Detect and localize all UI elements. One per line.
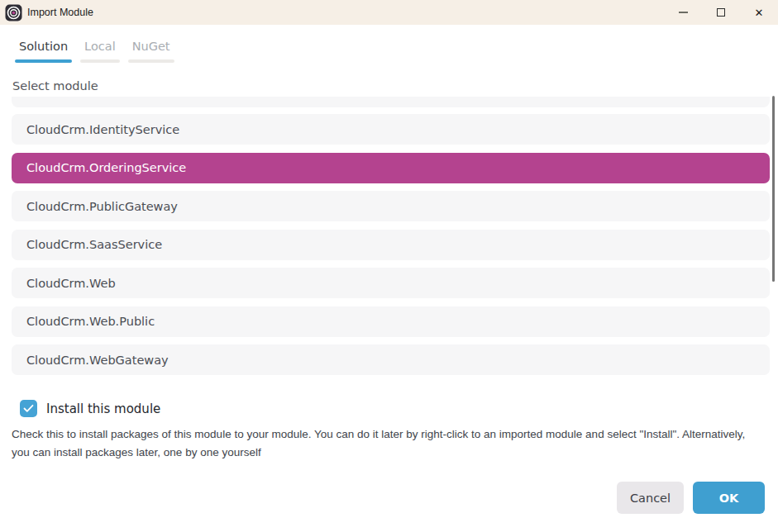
install-option: Install this module <box>20 400 160 417</box>
app-logo-icon <box>5 4 22 21</box>
module-row[interactable]: CloudCrm.PublicGateway <box>12 191 770 221</box>
cancel-button[interactable]: Cancel <box>617 482 684 514</box>
tab[interactable]: Solution <box>15 40 72 63</box>
select-module-label: Select module <box>12 79 98 93</box>
tab[interactable]: NuGet <box>128 40 174 63</box>
tab-underline <box>128 59 174 63</box>
minimize-icon <box>679 12 688 12</box>
module-row[interactable]: CloudCrm.Web <box>12 268 770 298</box>
checkmark-icon <box>23 404 34 413</box>
module-row-label: CloudCrm.Web.Public <box>26 315 155 328</box>
module-row[interactable]: CloudCrm.IdentityService <box>12 114 770 145</box>
window-title: Import Module <box>27 7 93 18</box>
module-row[interactable]: CloudCrm.WebGateway <box>12 344 770 375</box>
module-row-label: CloudCrm.Web <box>26 277 116 290</box>
module-row-label: CloudCrm.SaasService <box>26 238 162 251</box>
module-list: CloudCrm.IdentityService CloudCrm.Orderi… <box>12 97 770 378</box>
dialog-footer: Cancel OK <box>617 482 765 514</box>
tab[interactable]: Local <box>80 40 120 63</box>
tab-label: NuGet <box>128 40 174 59</box>
install-checkbox[interactable] <box>20 400 37 417</box>
module-row-label: CloudCrm.PublicGateway <box>26 200 178 213</box>
tab-bar: Solution Local NuGet <box>15 40 174 63</box>
close-icon: ✕ <box>755 7 764 19</box>
list-scrollbar[interactable] <box>772 96 775 282</box>
install-checkbox-label[interactable]: Install this module <box>46 401 160 416</box>
module-row-label: CloudCrm.OrderingService <box>26 161 186 174</box>
maximize-icon <box>717 8 725 17</box>
install-description: Check this to install packages of this m… <box>12 425 766 462</box>
tab-underline <box>80 59 120 63</box>
tab-underline <box>15 59 72 63</box>
module-row-label: CloudCrm.WebGateway <box>26 354 169 367</box>
maximize-button[interactable] <box>702 0 740 25</box>
window-controls: ✕ <box>664 0 778 25</box>
import-module-dialog: Import Module ✕ Solution Local <box>0 0 778 532</box>
ok-button[interactable]: OK <box>693 482 765 514</box>
tab-label: Local <box>80 40 120 59</box>
module-row-partial[interactable] <box>12 97 770 107</box>
module-row[interactable]: CloudCrm.OrderingService <box>12 153 770 183</box>
module-row[interactable]: CloudCrm.SaasService <box>12 230 770 260</box>
titlebar: Import Module ✕ <box>0 0 778 25</box>
module-row[interactable]: CloudCrm.Web.Public <box>12 306 770 337</box>
tab-label: Solution <box>15 40 72 59</box>
close-button[interactable]: ✕ <box>740 0 778 25</box>
module-row-label: CloudCrm.IdentityService <box>26 123 179 136</box>
minimize-button[interactable] <box>664 0 702 25</box>
